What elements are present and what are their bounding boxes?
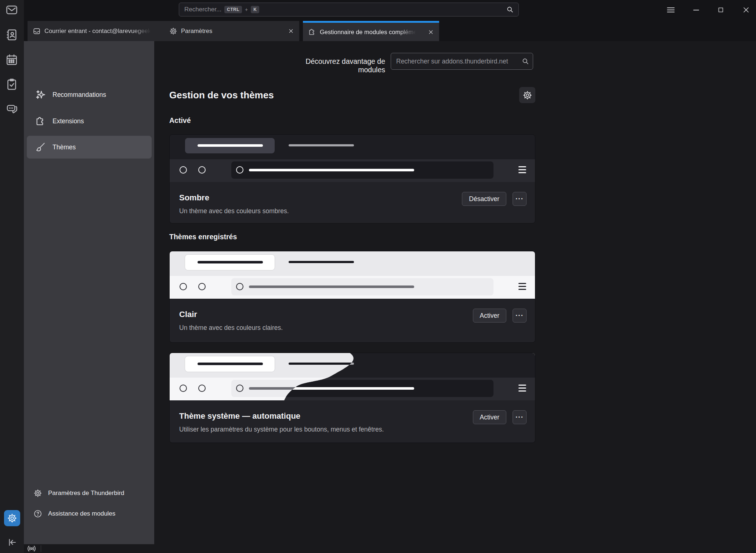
sidebar-item-thunderbird-settings[interactable]: Paramètres de Thunderbird — [27, 485, 152, 501]
addons-search-input[interactable] — [391, 53, 533, 69]
close-tab-button[interactable] — [286, 26, 296, 36]
tab-label: Courrier entrant - contact@larevuegeek — [44, 28, 151, 34]
status-bar — [24, 544, 756, 553]
sidebar-item-themes[interactable]: Thèmes — [27, 136, 152, 159]
tab-inbox[interactable]: Courrier entrant - contact@larevuegeek — [28, 21, 164, 41]
minimize-icon — [691, 5, 701, 15]
puzzle-icon — [308, 28, 316, 36]
theme-description: Un thème avec des couleurs claires. — [179, 324, 527, 332]
shortcut-plus: + — [245, 7, 248, 12]
gear-icon — [169, 27, 177, 35]
tab-addons-manager[interactable]: Gestionnaire de modules complémentaires — [303, 21, 439, 41]
close-tab-button[interactable] — [426, 27, 435, 37]
tab-label: Gestionnaire de modules complémentaires — [320, 29, 416, 36]
inbox-icon — [33, 27, 41, 35]
tasks-icon — [5, 78, 18, 91]
sidebar-item-recommendations[interactable]: Recommandations — [27, 84, 152, 105]
maximize-icon — [717, 6, 725, 14]
section-enabled-label: Activé — [169, 116, 191, 125]
addons-content: Découvrez davantage de modules Gestion d… — [154, 41, 756, 553]
section-saved-label: Thèmes enregistrés — [169, 233, 237, 241]
collapse-toolbar-button[interactable] — [6, 536, 18, 549]
more-options-button[interactable]: ··· — [513, 410, 527, 424]
spaces-toolbar — [0, 0, 24, 553]
addons-search-field — [391, 53, 533, 70]
puzzle-icon — [35, 116, 46, 127]
sparkles-icon — [35, 89, 46, 100]
window-titlebar: Rechercher... CTRL + K — [24, 0, 756, 19]
chat-space-button[interactable] — [6, 103, 18, 115]
sidebar-item-label: Thèmes — [53, 143, 76, 151]
theme-preview — [170, 251, 535, 299]
collapse-icon — [6, 537, 17, 548]
discover-addons-label: Découvrez davantage de modules — [277, 57, 385, 74]
mail-icon — [5, 3, 18, 17]
app-menu-button[interactable] — [663, 2, 679, 18]
calendar-icon — [5, 53, 18, 66]
theme-card-system-auto: Thème système — automatique Utiliser les… — [169, 353, 535, 443]
global-search-placeholder: Rechercher... — [184, 6, 221, 13]
addons-sidebar: Recommandations Extensions Thèmes Paramè… — [24, 41, 154, 544]
paintbrush-icon — [35, 142, 46, 153]
more-options-button[interactable]: ··· — [513, 309, 527, 323]
enable-theme-button[interactable]: Activer — [473, 309, 506, 323]
search-icon — [521, 57, 529, 65]
mail-space-button[interactable] — [6, 4, 18, 16]
sidebar-item-addons-support[interactable]: Assistance des modules — [27, 506, 152, 522]
sidebar-item-label: Assistance des modules — [48, 510, 115, 517]
page-title: Gestion de vos thèmes — [169, 90, 274, 101]
shortcut-k-badge: K — [251, 6, 259, 13]
hamburger-icon — [666, 5, 676, 15]
enable-theme-button[interactable]: Activer — [473, 410, 506, 424]
shortcut-ctrl-badge: CTRL — [224, 6, 242, 13]
global-search-field[interactable]: Rechercher... CTRL + K — [179, 3, 519, 17]
sidebar-item-label: Recommandations — [53, 91, 106, 99]
more-options-button[interactable]: ··· — [513, 192, 527, 206]
tasks-space-button[interactable] — [6, 78, 18, 91]
question-icon — [33, 509, 42, 518]
theme-preview — [170, 353, 535, 400]
disable-theme-button[interactable]: Désactiver — [462, 192, 506, 206]
theme-description: Utiliser les paramètres du système pour … — [179, 426, 527, 433]
network-status-icon[interactable] — [27, 545, 36, 552]
search-icon — [506, 6, 514, 14]
address-book-space-button[interactable] — [6, 29, 18, 41]
close-window-button[interactable] — [738, 2, 754, 18]
gear-icon — [33, 489, 42, 498]
calendar-space-button[interactable] — [6, 54, 18, 66]
close-icon — [742, 6, 750, 14]
gear-icon — [522, 90, 532, 100]
sidebar-item-label: Paramètres de Thunderbird — [48, 490, 124, 497]
maximize-button[interactable] — [713, 2, 729, 18]
theme-card-light: Clair Un thème avec des couleurs claires… — [169, 251, 535, 343]
sidebar-item-label: Extensions — [53, 117, 84, 125]
theme-preview — [170, 135, 535, 182]
tab-bar: Courrier entrant - contact@larevuegeek P… — [24, 19, 756, 41]
gear-icon — [7, 513, 17, 523]
tab-settings[interactable]: Paramètres — [164, 21, 299, 41]
tab-label: Paramètres — [181, 28, 212, 34]
address-book-icon — [5, 28, 18, 41]
theme-description: Un thème avec des couleurs sombres. — [179, 207, 527, 215]
settings-space-button[interactable] — [4, 510, 20, 526]
theme-card-dark: Sombre Un thème avec des couleurs sombre… — [169, 134, 535, 223]
minimize-button[interactable] — [688, 2, 704, 18]
sidebar-item-extensions[interactable]: Extensions — [27, 110, 152, 132]
tools-for-themes-button[interactable] — [519, 87, 535, 103]
status-divider — [41, 545, 41, 552]
chat-icon — [5, 102, 18, 116]
